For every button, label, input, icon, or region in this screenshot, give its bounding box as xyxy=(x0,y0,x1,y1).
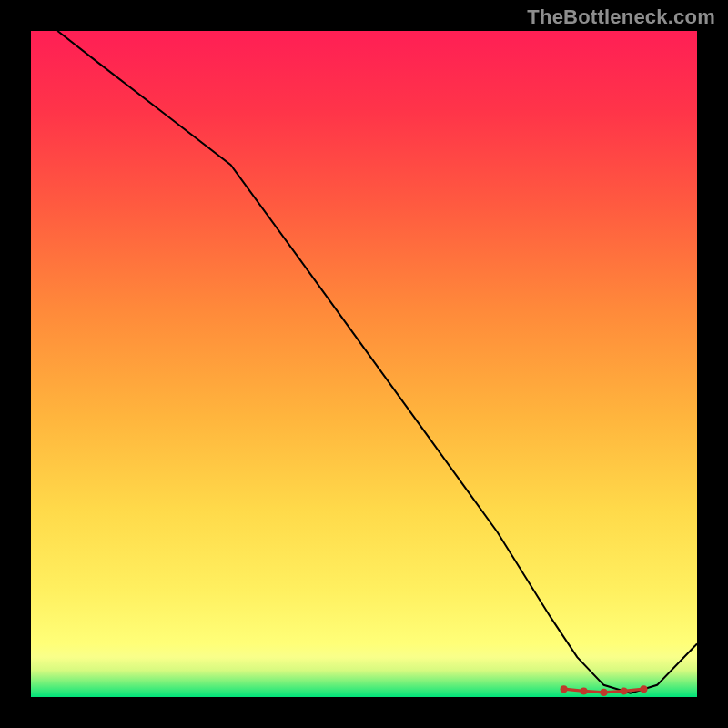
chart-container: TheBottleneck.com xyxy=(0,0,728,728)
heat-gradient xyxy=(31,31,697,697)
watermark-text: TheBottleneck.com xyxy=(527,5,715,29)
plot-area xyxy=(31,31,697,697)
